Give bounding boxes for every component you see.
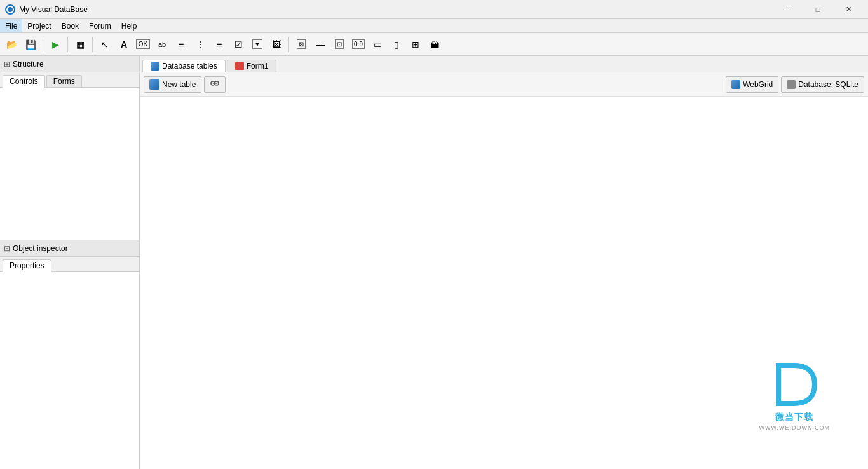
cursor-button[interactable]: ↖ <box>96 36 114 53</box>
menu-file[interactable]: File <box>0 19 22 32</box>
align-left-button[interactable]: ≡ <box>172 36 190 53</box>
form1-tab[interactable]: Form1 <box>227 60 277 72</box>
watermark-logo <box>769 359 820 410</box>
webgrid-button[interactable]: WebGrid <box>726 76 778 93</box>
align-center-button[interactable]: ⋮ <box>191 36 209 53</box>
structure-title: Structure <box>13 60 44 69</box>
numfield-button[interactable]: 0:9 <box>349 36 367 53</box>
db-toolbar: New table WebGrid Databa <box>140 72 868 97</box>
structure-section: ⊞ Structure Controls Forms <box>0 56 139 240</box>
webgrid-icon <box>731 80 740 89</box>
hline-button[interactable]: — <box>311 36 329 53</box>
db-tab-icon <box>151 62 159 71</box>
form-tab-icon <box>235 62 244 70</box>
new-table-label: New table <box>162 80 196 89</box>
toolbar-sep-1 <box>43 37 43 52</box>
inspector-content <box>0 272 139 469</box>
window-controls: ─ □ ✕ <box>773 1 863 18</box>
run-button[interactable]: ▶ <box>46 36 64 53</box>
close-button[interactable]: ✕ <box>834 1 863 18</box>
link-button[interactable] <box>204 76 226 93</box>
controls-tab[interactable]: Controls <box>3 75 45 88</box>
structure-icon: ⊞ <box>4 60 10 69</box>
inspector-section: ⊡ Object inspector Properties <box>0 240 139 469</box>
open-button[interactable]: 📂 <box>3 36 20 53</box>
save-button[interactable]: 💾 <box>22 36 39 53</box>
dbgrid-button[interactable]: ⊞ <box>407 36 424 53</box>
listbox-button[interactable]: ⊡ <box>330 36 348 53</box>
app-icon <box>5 4 15 15</box>
checkbox-button[interactable]: ☑ <box>229 36 247 53</box>
rect2-button[interactable]: ▯ <box>388 36 405 53</box>
menu-forum[interactable]: Forum <box>84 19 116 32</box>
grid-button[interactable]: ▦ <box>71 36 89 53</box>
inspector-tab-bar: Properties <box>0 257 139 272</box>
watermark: 微当下载 WWW.WEIDOWN.COM <box>759 359 830 431</box>
align-right-button[interactable]: ≡ <box>210 36 228 53</box>
new-table-button[interactable]: New table <box>144 76 201 93</box>
structure-content <box>0 88 139 240</box>
link-icon <box>210 78 220 90</box>
db-toolbar-right: WebGrid Database: SQLite <box>726 76 864 93</box>
toolbar-sep-3 <box>92 37 93 52</box>
combobox-button[interactable]: ▼ <box>248 36 266 53</box>
watermark-text1: 微当下载 <box>759 412 830 423</box>
toolbar-sep-4 <box>288 37 289 52</box>
database-type-button[interactable]: Database: SQLite <box>781 76 864 93</box>
main-layout: ⊞ Structure Controls Forms ⊡ Object insp… <box>0 56 868 469</box>
title-bar: My Visual DataBase ─ □ ✕ <box>0 0 868 19</box>
new-table-icon <box>149 79 159 90</box>
structure-header: ⊞ Structure <box>0 56 139 72</box>
left-panel: ⊞ Structure Controls Forms ⊡ Object insp… <box>0 56 140 469</box>
structure-tab-bar: Controls Forms <box>0 72 139 88</box>
inspector-title: Object inspector <box>13 244 68 253</box>
text-button[interactable]: A <box>115 36 133 53</box>
db-content: 微当下载 WWW.WEIDOWN.COM <box>140 97 868 469</box>
app-title: My Visual DataBase <box>19 5 773 14</box>
properties-tab[interactable]: Properties <box>3 259 51 272</box>
toolbar-sep-2 <box>67 37 68 52</box>
image-button[interactable]: 🖼 <box>268 36 285 53</box>
forms-tab[interactable]: Forms <box>46 75 82 87</box>
maximize-button[interactable]: □ <box>803 1 832 18</box>
toolbar: 📂 💾 ▶ ▦ ↖ A OK ab ≡ ⋮ ≡ ☑ ▼ 🖼 ⊠ — ⊡ 0:9 … <box>0 33 868 56</box>
photo-button[interactable]: 🏔 <box>426 36 444 53</box>
database-tables-label: Database tables <box>162 62 217 71</box>
database-icon <box>787 80 796 89</box>
inspector-icon: ⊡ <box>4 244 10 253</box>
database-label: Database: SQLite <box>798 80 858 89</box>
menu-project[interactable]: Project <box>22 19 56 32</box>
menu-bar: File Project Book Forum Help <box>0 19 868 33</box>
rect-button[interactable]: ▭ <box>369 36 386 53</box>
watermark-text2: WWW.WEIDOWN.COM <box>759 425 830 431</box>
database-tables-tab[interactable]: Database tables <box>142 60 226 72</box>
input-button[interactable]: OK <box>134 36 152 53</box>
inspector-header: ⊡ Object inspector <box>0 240 139 257</box>
menu-book[interactable]: Book <box>57 19 84 32</box>
main-tab-bar: Database tables Form1 <box>140 56 868 72</box>
menu-help[interactable]: Help <box>116 19 142 32</box>
label-button[interactable]: ab <box>153 36 171 53</box>
right-panel: Database tables Form1 New table <box>140 56 868 469</box>
webgrid-label: WebGrid <box>743 80 773 89</box>
form1-label: Form1 <box>247 62 269 71</box>
field-button[interactable]: ⊠ <box>292 36 310 53</box>
minimize-button[interactable]: ─ <box>773 1 802 18</box>
